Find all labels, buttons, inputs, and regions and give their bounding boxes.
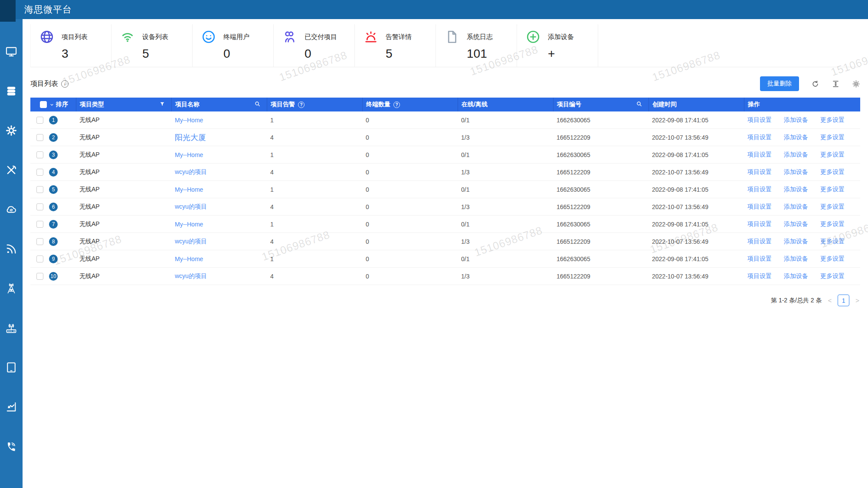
stat-card-alarm-details[interactable]: 告警详情 5 <box>355 24 436 67</box>
row-checkbox[interactable] <box>36 186 43 193</box>
row-density-icon[interactable] <box>832 80 840 88</box>
project-name-link[interactable]: wcyu的项目 <box>175 238 207 245</box>
add-device-link[interactable]: 添加设备 <box>784 151 808 159</box>
row-index-badge: 3 <box>49 151 58 159</box>
sidebar-item-router[interactable] <box>5 322 18 335</box>
project-alarm-cell: 1 <box>267 221 362 228</box>
row-checkbox[interactable] <box>36 255 43 262</box>
table-body: 1 无线AP My--Home 1 0 0/1 1662630065 2022-… <box>30 111 860 285</box>
stat-card-value: 5 <box>386 47 436 61</box>
settings-gear-icon[interactable] <box>852 80 860 88</box>
project-name-link[interactable]: 阳光大厦 <box>175 133 206 142</box>
add-device-link[interactable]: 添加设备 <box>784 220 808 228</box>
sidebar-item-monitor[interactable] <box>5 46 18 59</box>
stat-card-end-users[interactable]: 终端用户 0 <box>193 24 274 67</box>
more-settings-link[interactable]: 更多设置 <box>820 255 845 263</box>
add-device-link[interactable]: 添加设备 <box>784 238 808 246</box>
more-settings-link[interactable]: 更多设置 <box>820 186 845 193</box>
row-checkbox[interactable] <box>36 238 43 245</box>
add-device-link[interactable]: 添加设备 <box>784 168 808 176</box>
help-icon[interactable]: ? <box>393 102 400 108</box>
add-device-link[interactable]: 添加设备 <box>784 203 808 211</box>
created-time-cell: 2022-09-08 17:41:05 <box>649 221 744 228</box>
filter-icon[interactable] <box>159 101 165 108</box>
project-alarm-cell: 4 <box>267 134 362 141</box>
sidebar-item-chart[interactable] <box>5 401 18 414</box>
page-number-button[interactable]: 1 <box>838 295 849 306</box>
stat-card-project-list[interactable]: 项目列表 3 <box>30 24 111 67</box>
project-settings-link[interactable]: 项目设置 <box>747 203 772 211</box>
stat-card-value: 3 <box>62 47 111 61</box>
project-name-link[interactable]: My--Home <box>175 117 203 124</box>
stat-card-delivered-projects[interactable]: 已交付项目 0 <box>274 24 355 67</box>
row-checkbox[interactable] <box>36 134 43 141</box>
sidebar-item-settings[interactable] <box>5 125 18 138</box>
more-settings-link[interactable]: 更多设置 <box>820 151 845 159</box>
project-settings-link[interactable]: 项目设置 <box>747 116 772 124</box>
project-settings-link[interactable]: 项目设置 <box>747 238 772 246</box>
refresh-icon[interactable] <box>811 80 819 88</box>
more-settings-link[interactable]: 更多设置 <box>820 134 845 141</box>
project-settings-link[interactable]: 项目设置 <box>747 134 772 141</box>
project-settings-link[interactable]: 项目设置 <box>747 272 772 280</box>
search-icon[interactable] <box>254 101 261 108</box>
project-settings-link[interactable]: 项目设置 <box>747 186 772 193</box>
project-settings-link[interactable]: 项目设置 <box>747 168 772 176</box>
stat-card-add-device[interactable]: 添加设备 + <box>517 24 598 67</box>
more-settings-link[interactable]: 更多设置 <box>820 238 845 246</box>
sidebar-item-signal[interactable] <box>5 243 18 256</box>
stat-card-system-logs[interactable]: 系统日志 101 <box>436 24 517 67</box>
sidebar-item-tablet[interactable] <box>5 362 18 375</box>
project-name-link[interactable]: My--Home <box>175 255 203 262</box>
add-device-link[interactable]: 添加设备 <box>784 134 808 141</box>
sidebar-item-phone[interactable] <box>5 441 18 454</box>
online-offline-cell: 1/3 <box>458 203 553 210</box>
add-device-link[interactable]: 添加设备 <box>784 272 808 280</box>
prev-page-icon[interactable]: < <box>827 297 832 304</box>
column-project-name: 项目名称 <box>171 98 267 111</box>
created-time-cell: 2022-10-07 13:56:49 <box>649 169 744 176</box>
more-settings-link[interactable]: 更多设置 <box>820 203 845 211</box>
more-settings-link[interactable]: 更多设置 <box>820 116 845 124</box>
row-checkbox[interactable] <box>36 117 43 124</box>
terminal-count-cell: 0 <box>362 169 458 176</box>
sidebar-item-cloud[interactable] <box>5 204 18 217</box>
more-settings-link[interactable]: 更多设置 <box>820 272 845 280</box>
project-name-link[interactable]: wcyu的项目 <box>175 203 207 210</box>
add-device-link[interactable]: 添加设备 <box>784 255 808 263</box>
project-name-link[interactable]: My--Home <box>175 151 203 158</box>
row-checkbox[interactable] <box>36 203 43 210</box>
add-device-link[interactable]: 添加设备 <box>784 116 808 124</box>
row-checkbox[interactable] <box>36 151 43 158</box>
project-name-link[interactable]: My--Home <box>175 186 203 193</box>
chevron-down-icon[interactable] <box>49 102 54 107</box>
project-name-link[interactable]: My--Home <box>175 221 203 228</box>
project-type-cell: 无线AP <box>76 220 171 228</box>
sidebar-item-antenna[interactable] <box>5 283 18 296</box>
project-settings-link[interactable]: 项目设置 <box>747 255 772 263</box>
batch-delete-button[interactable]: 批量删除 <box>760 76 799 91</box>
more-settings-link[interactable]: 更多设置 <box>820 168 845 176</box>
project-settings-link[interactable]: 项目设置 <box>747 220 772 228</box>
sidebar-item-database[interactable] <box>5 85 18 98</box>
stat-card-value: 101 <box>467 47 517 61</box>
project-type-cell: 无线AP <box>76 203 171 211</box>
project-name-link[interactable]: wcyu的项目 <box>175 272 207 279</box>
info-icon[interactable]: i <box>61 80 69 88</box>
add-device-link[interactable]: 添加设备 <box>784 186 808 193</box>
help-icon[interactable]: ? <box>298 102 305 108</box>
created-time-cell: 2022-09-08 17:41:05 <box>649 151 744 158</box>
project-settings-link[interactable]: 项目设置 <box>747 151 772 159</box>
online-offline-cell: 1/3 <box>458 169 553 176</box>
sidebar-item-tools[interactable] <box>5 164 18 177</box>
select-all-checkbox[interactable] <box>40 101 47 108</box>
project-name-link[interactable]: wcyu的项目 <box>175 168 207 175</box>
more-settings-link[interactable]: 更多设置 <box>820 220 845 228</box>
search-icon[interactable] <box>636 101 642 108</box>
stat-card-device-list[interactable]: 设备列表 5 <box>111 24 193 67</box>
next-page-icon[interactable]: > <box>855 297 860 304</box>
row-checkbox[interactable] <box>36 221 43 228</box>
row-checkbox[interactable] <box>36 169 43 176</box>
gear-icon <box>5 124 17 138</box>
row-checkbox[interactable] <box>36 273 43 280</box>
